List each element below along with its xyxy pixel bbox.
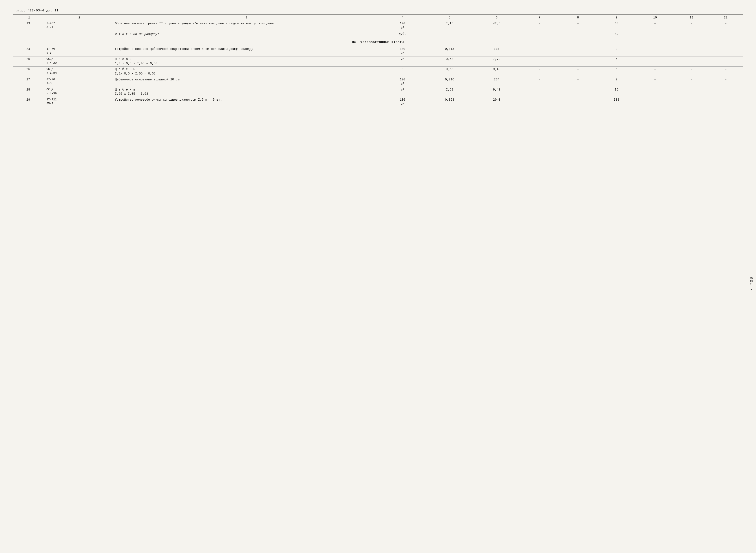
row-num: 24. [13, 46, 45, 56]
row-desc: Устройство железобетонных колодцев диаме… [114, 97, 379, 107]
row-col5: 0,68 [426, 57, 473, 67]
row-num: 25. [13, 57, 45, 67]
row-col7: – [520, 46, 559, 56]
row-col5: 0,053 [426, 97, 473, 107]
row-num: 28. [13, 87, 45, 97]
data-row-7: 27. 37-769-3 Щебеночное основание толщин… [13, 77, 743, 87]
row-col8: – [559, 77, 597, 87]
spacer-row [13, 37, 743, 39]
row-col5: I,I5 [426, 21, 473, 31]
col-header-4: 4 [379, 15, 426, 21]
row-col6: 4I,5 [473, 21, 520, 31]
col-header-1: 1 [13, 15, 45, 21]
row-num: 27. [13, 77, 45, 87]
row-code: ССЦМп.4-39 [45, 67, 114, 77]
col-header-2: 2 [45, 15, 114, 21]
row-code: I-9678I-I [45, 21, 114, 31]
col-header-12: I2 [708, 15, 743, 21]
itogo-col10: – [636, 31, 674, 37]
row-unit: м³ [379, 57, 426, 67]
row-col12: – [708, 21, 743, 31]
row-col12: – [708, 77, 743, 87]
row-unit: 100м³ [379, 21, 426, 31]
row-col9: 5 [597, 57, 636, 67]
row-col10: – [636, 46, 674, 56]
itogo-row: И т о г о по Па разделу: руб. – – – – 89… [13, 31, 743, 37]
row-col6: 7,79 [473, 57, 520, 67]
row-desc: Щебеночное основание толщиной 20 см [114, 77, 379, 87]
row-col7: – [520, 67, 559, 77]
row-col5: 0,68 [426, 67, 473, 77]
col-header-3: 3 [114, 15, 379, 21]
row-col11: – [674, 97, 708, 107]
row-code: 37-72265-3 [45, 97, 114, 107]
itogo-col12: – [708, 31, 743, 37]
row-col11: – [674, 67, 708, 77]
row-num: 23. [13, 21, 45, 31]
row-col8: – [559, 97, 597, 107]
itogo-col9: 89 [597, 31, 636, 37]
column-headers: 1 2 3 4 5 6 7 8 9 10 II I2 [13, 15, 743, 21]
row-col11: – [674, 57, 708, 67]
itogo-desc: И т о г о по Па разделу: [114, 31, 379, 37]
row-col12: – [708, 67, 743, 77]
itogo-col11: – [674, 31, 708, 37]
row-col12: – [708, 97, 743, 107]
row-col11: – [674, 21, 708, 31]
row-col10: – [636, 67, 674, 77]
row-code: 37-769-3 [45, 46, 114, 56]
page-header: т.п.р. 4II-03-4 дл. II [13, 9, 743, 12]
itogo-col8: – [559, 31, 597, 37]
row-col10: – [636, 21, 674, 31]
section-title-row: Пб. ЖЕЛЕЗОБЕТОННЫЕ РАБОТЫ [13, 39, 743, 46]
row-col7: – [520, 97, 559, 107]
row-unit: 100м³ [379, 77, 426, 87]
row-desc: Щ е б е н ьI,55 х I,05 = I,63 [114, 87, 379, 97]
row-col9: 2 [597, 77, 636, 87]
row-num: 26. [13, 67, 45, 77]
col-header-10: 10 [636, 15, 674, 21]
row-col8: – [559, 57, 597, 67]
col-header-9: 9 [597, 15, 636, 21]
row-col10: – [636, 87, 674, 97]
row-col9: 48 [597, 21, 636, 31]
itogo-num [13, 31, 45, 37]
itogo-code [45, 31, 114, 37]
row-col7: – [520, 77, 559, 87]
row-col12: – [708, 46, 743, 56]
row-desc: Устройство песчано-щебеночной подготовки… [114, 46, 379, 56]
row-unit: м³ [379, 87, 426, 97]
data-row-6: 26. ССЦМп.4-39 Щ е б е н ьI,3х 0,5 х I,0… [13, 67, 743, 77]
row-col11: – [674, 77, 708, 87]
row-col8: – [559, 21, 597, 31]
row-unit: 100м³ [379, 97, 426, 107]
row-col9: I5 [597, 87, 636, 97]
col-header-8: 8 [559, 15, 597, 21]
row-col8: – [559, 67, 597, 77]
row-desc: Щ е б е н ьI,3х 0,5 х I,05 = 0,68 [114, 67, 379, 77]
row-col9: I08 [597, 97, 636, 107]
row-code: ССЦМп.4-20 [45, 57, 114, 67]
data-row-5: 25. ССЦМп.4-20 П е с о к1,3 х 0,5 х I,05… [13, 57, 743, 67]
row-code: ССЦМп.4-39 [45, 87, 114, 97]
row-col6: I34 [473, 46, 520, 56]
row-col5: 0,0I6 [426, 77, 473, 87]
col-header-11: II [674, 15, 708, 21]
section-title: Пб. ЖЕЛЕЗОБЕТОННЫЕ РАБОТЫ [13, 39, 743, 46]
row-col7: – [520, 57, 559, 67]
row-col8: – [559, 46, 597, 56]
main-table: 1 2 3 4 5 6 7 8 9 10 II I2 23. I-9678I-I… [13, 14, 743, 107]
row-desc: Обратная засыпка грунта II группы вручну… [114, 21, 379, 31]
itogo-unit: руб. [379, 31, 426, 37]
itogo-col5: – [426, 31, 473, 37]
row-col10: – [636, 57, 674, 67]
row-code: 37-769-3 [45, 77, 114, 87]
row-col6: I34 [473, 77, 520, 87]
itogo-col7: – [520, 31, 559, 37]
col-header-7: 7 [520, 15, 559, 21]
col-header-5: 5 [426, 15, 473, 21]
row-col8: – [559, 87, 597, 97]
row-unit: " [379, 67, 426, 77]
data-row-8: 28. ССЦМп.4-39 Щ е б е н ьI,55 х I,05 = … [13, 87, 743, 97]
row-col6: 9,49 [473, 67, 520, 77]
